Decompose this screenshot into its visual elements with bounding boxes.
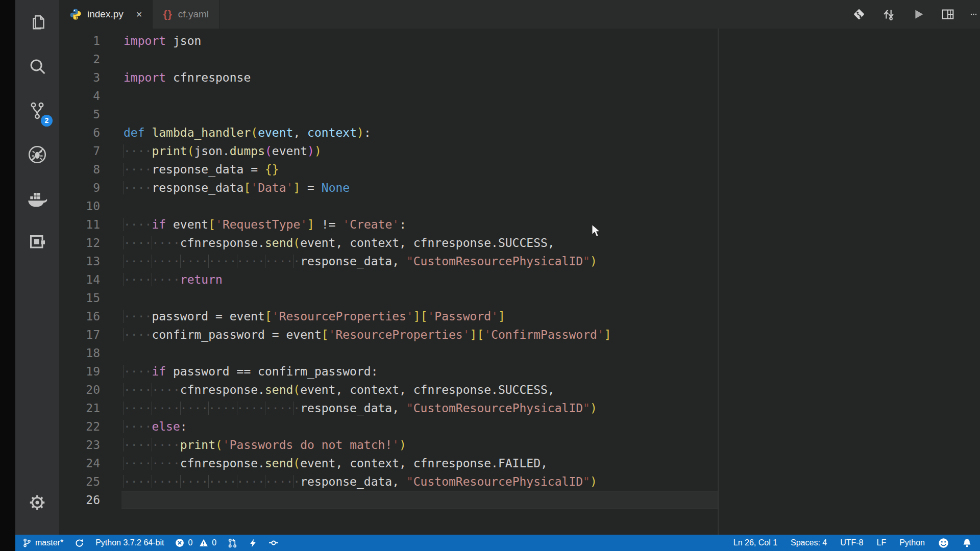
language-mode[interactable]: Python — [899, 538, 925, 547]
activity-item-debug[interactable] — [15, 133, 59, 177]
code-line[interactable]: 23········print('Passwords do not match!… — [59, 436, 980, 454]
line-number[interactable]: 13 — [59, 252, 100, 270]
branch-indicator[interactable]: master* — [22, 538, 63, 547]
more-actions-icon[interactable] — [970, 7, 978, 22]
code-text: ········cfnresponse.send(event, context,… — [100, 381, 555, 399]
pull-request-button[interactable] — [228, 538, 237, 548]
problems-indicator[interactable]: 0 0 — [175, 538, 216, 547]
line-number[interactable]: 10 — [59, 197, 100, 215]
code-text: ·························response_data, … — [100, 252, 597, 270]
lightning-button[interactable] — [249, 539, 257, 547]
indentation-indicator[interactable]: Spaces: 4 — [791, 538, 827, 547]
code-line[interactable]: 16····password = event['ResourceProperti… — [59, 307, 980, 325]
line-number[interactable]: 23 — [59, 436, 100, 454]
cursor-position[interactable]: Ln 26, Col 1 — [733, 538, 777, 547]
eol-indicator[interactable]: LF — [877, 538, 887, 547]
notifications-button[interactable] — [962, 538, 972, 548]
line-number[interactable]: 17 — [59, 325, 100, 344]
code-line[interactable]: 6def lambda_handler(event, context): — [59, 123, 980, 142]
activity-item-search[interactable] — [15, 45, 59, 89]
line-number[interactable]: 2 — [59, 50, 100, 68]
code-line[interactable]: 8····response_data = {} — [59, 160, 980, 179]
line-number[interactable]: 7 — [59, 142, 100, 160]
editor-pane[interactable]: 1import json23import cfnresponse456def l… — [59, 29, 980, 535]
tab-index-py[interactable]: index.py × — [59, 0, 153, 29]
commit-button[interactable] — [268, 538, 279, 548]
code-line[interactable]: 2 — [59, 50, 980, 68]
encoding-indicator[interactable]: UTF-8 — [840, 538, 863, 547]
code-line[interactable]: 10 — [59, 197, 980, 215]
code-text — [100, 50, 124, 68]
code-line[interactable]: 12········cfnresponse.send(event, contex… — [59, 234, 980, 252]
notifications-bell-icon — [962, 538, 972, 548]
code-line[interactable]: 3import cfnresponse — [59, 68, 980, 87]
line-number[interactable]: 16 — [59, 307, 100, 325]
line-number[interactable]: 20 — [59, 381, 100, 399]
error-count: 0 — [188, 538, 192, 547]
code-line[interactable]: 26 — [59, 491, 980, 509]
line-number[interactable]: 3 — [59, 68, 100, 87]
line-number[interactable]: 8 — [59, 160, 100, 179]
activity-item-docker[interactable] — [15, 177, 59, 220]
code-line[interactable]: 7····print(json.dumps(event)) — [59, 142, 980, 160]
line-number[interactable]: 14 — [59, 270, 100, 289]
activity-item-manage[interactable] — [15, 481, 59, 524]
python-interpreter[interactable]: Python 3.7.2 64-bit — [95, 538, 164, 547]
screen-edge-strip — [0, 0, 15, 551]
line-number[interactable]: 24 — [59, 454, 100, 472]
activity-item-explorer[interactable] — [15, 1, 59, 45]
feedback-button[interactable] — [938, 538, 949, 548]
code-line[interactable]: 1import json — [59, 32, 980, 50]
line-number[interactable]: 22 — [59, 417, 100, 436]
code-line[interactable]: 19····if password == confirm_password: — [59, 362, 980, 381]
line-number[interactable]: 1 — [59, 32, 100, 50]
code-line[interactable]: 4 — [59, 87, 980, 105]
sync-button[interactable] — [75, 538, 84, 548]
split-editor-icon[interactable] — [940, 7, 955, 22]
status-left: master* Python 3.7.2 64-bit 0 0 — [22, 538, 279, 548]
line-number[interactable]: 5 — [59, 105, 100, 123]
git-commit-icon — [268, 538, 279, 548]
line-number[interactable]: 21 — [59, 399, 100, 417]
line-number[interactable]: 19 — [59, 362, 100, 381]
git-compare-icon[interactable] — [851, 7, 867, 22]
manage-gear-icon — [28, 493, 47, 512]
code-line[interactable]: 17····confirm_password = event['Resource… — [59, 325, 980, 344]
code-line[interactable]: 14········return — [59, 270, 980, 289]
code-lines: 1import json23import cfnresponse456def l… — [59, 32, 980, 509]
code-line[interactable]: 24········cfnresponse.send(event, contex… — [59, 454, 980, 472]
code-line[interactable]: 18 — [59, 344, 980, 362]
code-text: ····confirm_password = event['ResourcePr… — [100, 325, 611, 344]
tab-cf-yaml[interactable]: {} cf.yaml — [153, 0, 219, 29]
code-text: ····password = event['ResourceProperties… — [100, 307, 505, 325]
pull-request-icon — [228, 538, 237, 548]
line-number[interactable]: 15 — [59, 289, 100, 307]
code-text: ········cfnresponse.send(event, context,… — [100, 454, 548, 472]
code-line[interactable]: 13·························response_data… — [59, 252, 980, 270]
code-line[interactable]: 5 — [59, 105, 980, 123]
python-icon — [69, 8, 82, 20]
line-number[interactable]: 18 — [59, 344, 100, 362]
synchronize-changes-icon[interactable] — [881, 7, 896, 22]
explorer-icon — [27, 13, 47, 33]
code-line[interactable]: 11····if event['RequestType'] != 'Create… — [59, 215, 980, 234]
line-number[interactable]: 6 — [59, 123, 100, 142]
code-line[interactable]: 9····response_data['Data'] = None — [59, 179, 980, 197]
line-number[interactable]: 9 — [59, 179, 100, 197]
line-number[interactable]: 12 — [59, 234, 100, 252]
code-line[interactable]: 25·························response_data… — [59, 472, 980, 491]
run-file-icon[interactable] — [911, 7, 926, 22]
code-line[interactable]: 22····else: — [59, 417, 980, 436]
line-number[interactable]: 25 — [59, 472, 100, 491]
activity-item-extensions[interactable] — [15, 220, 59, 264]
code-line[interactable]: 21·························response_data… — [59, 399, 980, 417]
editor-actions — [851, 0, 980, 29]
line-number[interactable]: 26 — [59, 491, 100, 509]
activity-item-source-control[interactable]: 2 — [15, 89, 59, 133]
code-line[interactable]: 20········cfnresponse.send(event, contex… — [59, 381, 980, 399]
close-tab-icon[interactable]: × — [136, 9, 142, 19]
line-number[interactable]: 11 — [59, 215, 100, 234]
code-text: def lambda_handler(event, context): — [100, 123, 371, 142]
line-number[interactable]: 4 — [59, 87, 100, 105]
code-line[interactable]: 15 — [59, 289, 980, 307]
